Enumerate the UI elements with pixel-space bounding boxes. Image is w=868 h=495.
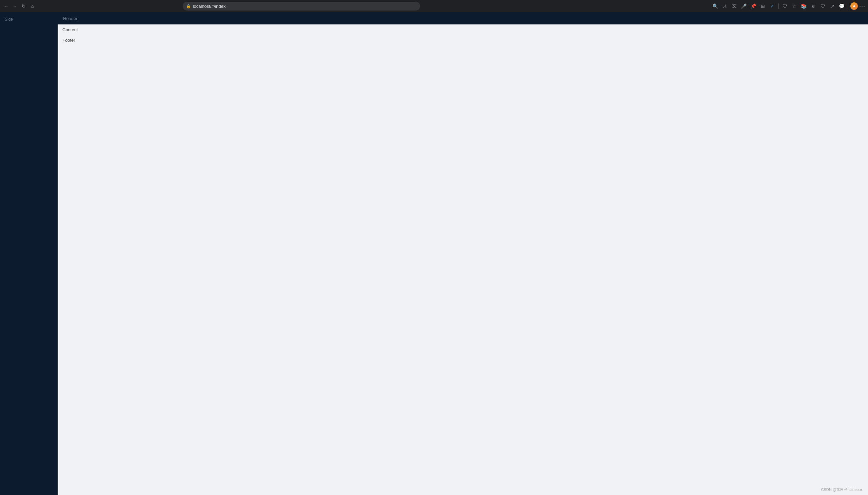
protect-icon[interactable]: 🛡 <box>819 2 827 10</box>
browser-toolbar-right: 🔍 𝓐 文 🎤 📌 ⊞ ✓ 🛡 ☆ 📚 e 🛡 ↗ 💬 A ··· <box>711 2 865 10</box>
more-button[interactable]: ··· <box>859 3 865 10</box>
lock-icon: 🔒 <box>186 4 191 8</box>
url-text: localhost/#/index <box>193 4 417 9</box>
main-area: Header Content Footer <box>58 12 868 495</box>
home-button[interactable]: ⌂ <box>29 3 36 10</box>
app-header: Header <box>58 12 868 24</box>
footer-label: Footer <box>63 38 75 43</box>
sidebar-label: Side <box>0 15 58 24</box>
check-icon[interactable]: ✓ <box>768 2 777 10</box>
collection-icon[interactable]: 📚 <box>800 2 808 10</box>
search-toolbar-icon[interactable]: 🔍 <box>711 2 720 10</box>
pin-icon[interactable]: 📌 <box>749 2 758 10</box>
header-label: Header <box>63 16 78 21</box>
browser-chrome: ← → ↻ ⌂ 🔒 localhost/#/index 🔍 𝓐 文 🎤 📌 ⊞ … <box>0 0 868 12</box>
translate-icon[interactable]: 文 <box>730 2 739 10</box>
profile-avatar[interactable]: A <box>850 2 858 10</box>
address-bar[interactable]: 🔒 localhost/#/index <box>183 2 420 11</box>
star-icon[interactable]: ☆ <box>790 2 798 10</box>
back-button[interactable]: ← <box>3 3 10 10</box>
read-icon[interactable]: 𝓐 <box>721 2 729 10</box>
content-label: Content <box>58 24 868 35</box>
app-footer: Footer <box>58 35 868 46</box>
content-area: Content Footer <box>58 24 868 495</box>
page-wrapper: Side Header Content Footer <box>0 12 868 495</box>
reload-button[interactable]: ↻ <box>20 3 27 10</box>
separator <box>779 3 779 9</box>
bottom-credit: CSDN @蓝匣子itbluebox <box>821 487 863 492</box>
shield-icon[interactable]: 🛡 <box>781 2 789 10</box>
separator2 <box>848 3 848 9</box>
feedback-icon[interactable]: 💬 <box>838 2 846 10</box>
forward-button[interactable]: → <box>12 3 18 10</box>
share-icon[interactable]: ↗ <box>828 2 836 10</box>
sidebar: Side <box>0 12 58 495</box>
tab-icon[interactable]: ⊞ <box>759 2 767 10</box>
voice-icon[interactable]: 🎤 <box>740 2 748 10</box>
ie-icon[interactable]: e <box>809 2 817 10</box>
